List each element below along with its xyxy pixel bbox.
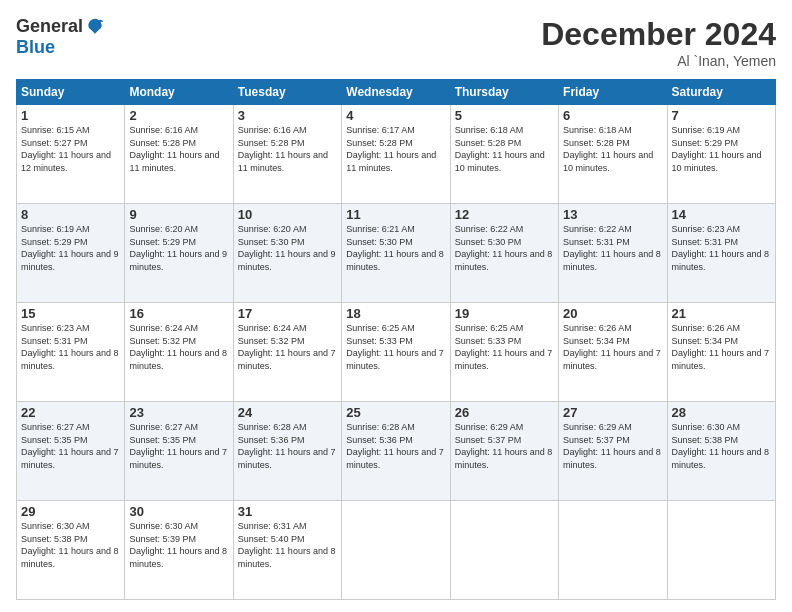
day-number: 1	[21, 108, 120, 123]
day-number: 12	[455, 207, 554, 222]
day-info: Sunrise: 6:26 AMSunset: 5:34 PMDaylight:…	[563, 322, 662, 372]
location-text: Al `Inan, Yemen	[541, 53, 776, 69]
day-number: 8	[21, 207, 120, 222]
day-number: 30	[129, 504, 228, 519]
day-info: Sunrise: 6:29 AMSunset: 5:37 PMDaylight:…	[455, 421, 554, 471]
month-title: December 2024	[541, 16, 776, 53]
table-row	[667, 501, 775, 600]
day-info: Sunrise: 6:20 AMSunset: 5:29 PMDaylight:…	[129, 223, 228, 273]
table-row: 5Sunrise: 6:18 AMSunset: 5:28 PMDaylight…	[450, 105, 558, 204]
day-number: 29	[21, 504, 120, 519]
table-row: 2Sunrise: 6:16 AMSunset: 5:28 PMDaylight…	[125, 105, 233, 204]
day-number: 6	[563, 108, 662, 123]
table-row: 31Sunrise: 6:31 AMSunset: 5:40 PMDayligh…	[233, 501, 341, 600]
table-row: 16Sunrise: 6:24 AMSunset: 5:32 PMDayligh…	[125, 303, 233, 402]
day-info: Sunrise: 6:30 AMSunset: 5:39 PMDaylight:…	[129, 520, 228, 570]
table-row: 7Sunrise: 6:19 AMSunset: 5:29 PMDaylight…	[667, 105, 775, 204]
day-number: 15	[21, 306, 120, 321]
day-number: 7	[672, 108, 771, 123]
table-row: 8Sunrise: 6:19 AMSunset: 5:29 PMDaylight…	[17, 204, 125, 303]
table-row: 10Sunrise: 6:20 AMSunset: 5:30 PMDayligh…	[233, 204, 341, 303]
day-info: Sunrise: 6:22 AMSunset: 5:31 PMDaylight:…	[563, 223, 662, 273]
logo-bird-icon	[85, 17, 105, 37]
table-row: 13Sunrise: 6:22 AMSunset: 5:31 PMDayligh…	[559, 204, 667, 303]
day-info: Sunrise: 6:17 AMSunset: 5:28 PMDaylight:…	[346, 124, 445, 174]
day-number: 28	[672, 405, 771, 420]
day-info: Sunrise: 6:26 AMSunset: 5:34 PMDaylight:…	[672, 322, 771, 372]
table-row	[342, 501, 450, 600]
col-tuesday: Tuesday	[233, 80, 341, 105]
day-info: Sunrise: 6:25 AMSunset: 5:33 PMDaylight:…	[346, 322, 445, 372]
table-row: 30Sunrise: 6:30 AMSunset: 5:39 PMDayligh…	[125, 501, 233, 600]
calendar-week-row: 8Sunrise: 6:19 AMSunset: 5:29 PMDaylight…	[17, 204, 776, 303]
logo-blue-text: Blue	[16, 37, 55, 58]
day-number: 14	[672, 207, 771, 222]
calendar-week-row: 22Sunrise: 6:27 AMSunset: 5:35 PMDayligh…	[17, 402, 776, 501]
day-info: Sunrise: 6:25 AMSunset: 5:33 PMDaylight:…	[455, 322, 554, 372]
table-row: 28Sunrise: 6:30 AMSunset: 5:38 PMDayligh…	[667, 402, 775, 501]
logo-general-text: General	[16, 16, 83, 37]
day-info: Sunrise: 6:18 AMSunset: 5:28 PMDaylight:…	[455, 124, 554, 174]
title-section: December 2024 Al `Inan, Yemen	[541, 16, 776, 69]
day-number: 4	[346, 108, 445, 123]
day-number: 26	[455, 405, 554, 420]
calendar-week-row: 1Sunrise: 6:15 AMSunset: 5:27 PMDaylight…	[17, 105, 776, 204]
calendar-week-row: 15Sunrise: 6:23 AMSunset: 5:31 PMDayligh…	[17, 303, 776, 402]
table-row: 3Sunrise: 6:16 AMSunset: 5:28 PMDaylight…	[233, 105, 341, 204]
day-number: 31	[238, 504, 337, 519]
table-row: 12Sunrise: 6:22 AMSunset: 5:30 PMDayligh…	[450, 204, 558, 303]
day-info: Sunrise: 6:29 AMSunset: 5:37 PMDaylight:…	[563, 421, 662, 471]
calendar-table: Sunday Monday Tuesday Wednesday Thursday…	[16, 79, 776, 600]
day-info: Sunrise: 6:24 AMSunset: 5:32 PMDaylight:…	[238, 322, 337, 372]
day-info: Sunrise: 6:15 AMSunset: 5:27 PMDaylight:…	[21, 124, 120, 174]
table-row: 15Sunrise: 6:23 AMSunset: 5:31 PMDayligh…	[17, 303, 125, 402]
day-number: 10	[238, 207, 337, 222]
table-row	[450, 501, 558, 600]
col-thursday: Thursday	[450, 80, 558, 105]
table-row: 1Sunrise: 6:15 AMSunset: 5:27 PMDaylight…	[17, 105, 125, 204]
table-row: 11Sunrise: 6:21 AMSunset: 5:30 PMDayligh…	[342, 204, 450, 303]
table-row: 26Sunrise: 6:29 AMSunset: 5:37 PMDayligh…	[450, 402, 558, 501]
day-info: Sunrise: 6:23 AMSunset: 5:31 PMDaylight:…	[21, 322, 120, 372]
day-info: Sunrise: 6:28 AMSunset: 5:36 PMDaylight:…	[346, 421, 445, 471]
col-wednesday: Wednesday	[342, 80, 450, 105]
logo: General Blue	[16, 16, 105, 58]
day-number: 16	[129, 306, 228, 321]
table-row: 24Sunrise: 6:28 AMSunset: 5:36 PMDayligh…	[233, 402, 341, 501]
day-info: Sunrise: 6:30 AMSunset: 5:38 PMDaylight:…	[672, 421, 771, 471]
day-number: 25	[346, 405, 445, 420]
day-info: Sunrise: 6:18 AMSunset: 5:28 PMDaylight:…	[563, 124, 662, 174]
day-number: 27	[563, 405, 662, 420]
day-number: 11	[346, 207, 445, 222]
day-info: Sunrise: 6:24 AMSunset: 5:32 PMDaylight:…	[129, 322, 228, 372]
table-row: 27Sunrise: 6:29 AMSunset: 5:37 PMDayligh…	[559, 402, 667, 501]
day-number: 17	[238, 306, 337, 321]
table-row: 4Sunrise: 6:17 AMSunset: 5:28 PMDaylight…	[342, 105, 450, 204]
day-number: 18	[346, 306, 445, 321]
col-friday: Friday	[559, 80, 667, 105]
table-row: 9Sunrise: 6:20 AMSunset: 5:29 PMDaylight…	[125, 204, 233, 303]
table-row: 17Sunrise: 6:24 AMSunset: 5:32 PMDayligh…	[233, 303, 341, 402]
day-number: 19	[455, 306, 554, 321]
day-number: 5	[455, 108, 554, 123]
table-row: 22Sunrise: 6:27 AMSunset: 5:35 PMDayligh…	[17, 402, 125, 501]
day-info: Sunrise: 6:21 AMSunset: 5:30 PMDaylight:…	[346, 223, 445, 273]
day-info: Sunrise: 6:16 AMSunset: 5:28 PMDaylight:…	[238, 124, 337, 174]
table-row: 18Sunrise: 6:25 AMSunset: 5:33 PMDayligh…	[342, 303, 450, 402]
table-row: 29Sunrise: 6:30 AMSunset: 5:38 PMDayligh…	[17, 501, 125, 600]
day-number: 3	[238, 108, 337, 123]
day-info: Sunrise: 6:27 AMSunset: 5:35 PMDaylight:…	[21, 421, 120, 471]
day-info: Sunrise: 6:19 AMSunset: 5:29 PMDaylight:…	[672, 124, 771, 174]
day-info: Sunrise: 6:31 AMSunset: 5:40 PMDaylight:…	[238, 520, 337, 570]
day-number: 2	[129, 108, 228, 123]
table-row: 14Sunrise: 6:23 AMSunset: 5:31 PMDayligh…	[667, 204, 775, 303]
day-info: Sunrise: 6:23 AMSunset: 5:31 PMDaylight:…	[672, 223, 771, 273]
day-info: Sunrise: 6:30 AMSunset: 5:38 PMDaylight:…	[21, 520, 120, 570]
header: General Blue December 2024 Al `Inan, Yem…	[16, 16, 776, 69]
day-number: 9	[129, 207, 228, 222]
col-monday: Monday	[125, 80, 233, 105]
day-info: Sunrise: 6:27 AMSunset: 5:35 PMDaylight:…	[129, 421, 228, 471]
day-number: 23	[129, 405, 228, 420]
table-row: 19Sunrise: 6:25 AMSunset: 5:33 PMDayligh…	[450, 303, 558, 402]
table-row: 6Sunrise: 6:18 AMSunset: 5:28 PMDaylight…	[559, 105, 667, 204]
